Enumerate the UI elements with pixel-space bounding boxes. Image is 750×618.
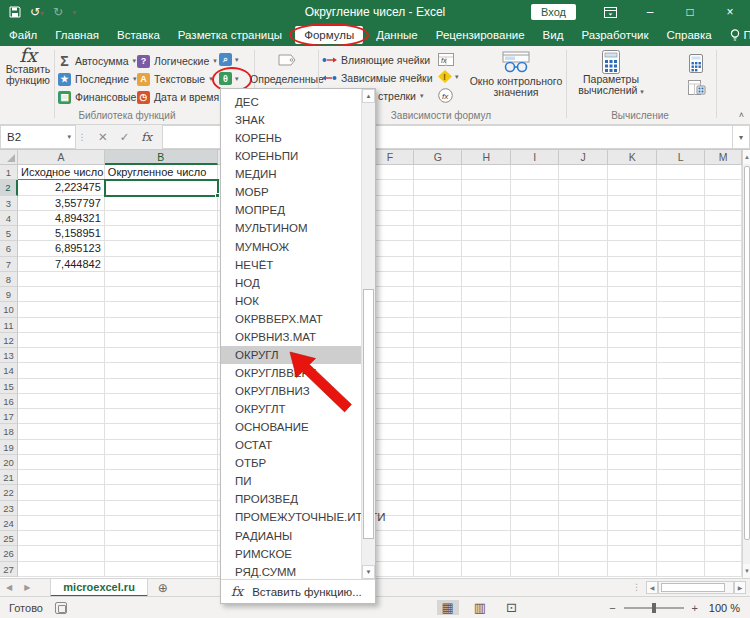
cell-I1[interactable] <box>511 165 559 180</box>
cell-M13[interactable] <box>705 348 742 363</box>
tab-review[interactable]: Рецензирование <box>427 26 534 44</box>
cell-B18[interactable] <box>105 424 218 439</box>
menu-item-МУЛЬТИНОМ[interactable]: МУЛЬТИНОМ <box>221 219 361 237</box>
cell-K27[interactable] <box>608 562 657 577</box>
menu-item-НЕЧЁТ[interactable]: НЕЧЁТ <box>221 256 361 274</box>
cell-J19[interactable] <box>559 440 608 455</box>
cell-A14[interactable] <box>18 363 105 378</box>
menu-scroll-down-icon[interactable]: ▼ <box>362 565 375 579</box>
zoom-in-icon[interactable]: + <box>692 602 698 614</box>
cell-B15[interactable] <box>105 379 218 394</box>
cell-K18[interactable] <box>608 424 657 439</box>
cell-I15[interactable] <box>511 379 559 394</box>
cell-K16[interactable] <box>608 394 657 409</box>
cell-H6[interactable] <box>462 241 511 256</box>
cell-M17[interactable] <box>705 409 742 424</box>
menu-scroll-up-icon[interactable]: ▲ <box>362 89 375 103</box>
cell-L9[interactable] <box>657 287 705 302</box>
cell-J20[interactable] <box>559 455 608 470</box>
cell-H1[interactable] <box>462 165 511 180</box>
cell-A26[interactable] <box>18 546 105 561</box>
menu-item-ОКРУГЛ[interactable]: ОКРУГЛ <box>221 346 361 364</box>
cell-A22[interactable] <box>18 485 105 500</box>
cell-B4[interactable] <box>105 211 218 226</box>
column-header-I[interactable]: I <box>511 150 559 165</box>
cell-M9[interactable] <box>705 287 742 302</box>
cell-H13[interactable] <box>462 348 511 363</box>
cell-I14[interactable] <box>511 363 559 378</box>
cell-A15[interactable] <box>18 379 105 394</box>
cell-H4[interactable] <box>462 211 511 226</box>
cell-L3[interactable] <box>657 196 705 211</box>
trace-dependents-button[interactable]: Зависимые ячейки <box>322 72 433 84</box>
menu-item-МЕДИН[interactable]: МЕДИН <box>221 165 361 183</box>
datetime-functions-button[interactable]: ◷ Дата и время▾ <box>137 89 227 105</box>
row-header-17[interactable]: 17 <box>0 409 18 424</box>
cell-B8[interactable] <box>105 272 218 287</box>
cell-B7[interactable] <box>105 257 218 272</box>
cell-I4[interactable] <box>511 211 559 226</box>
cell-K15[interactable] <box>608 379 657 394</box>
cell-G2[interactable] <box>414 180 462 195</box>
cell-J7[interactable] <box>559 257 608 272</box>
cell-M14[interactable] <box>705 363 742 378</box>
zoom-out-icon[interactable]: − <box>609 602 615 614</box>
row-header-5[interactable]: 5 <box>0 226 18 241</box>
cell-J23[interactable] <box>559 501 608 516</box>
cancel-icon[interactable]: ✕ <box>98 130 108 144</box>
cell-K20[interactable] <box>608 455 657 470</box>
cell-G11[interactable] <box>414 318 462 333</box>
insert-function-button[interactable]: fx Вставить функцию <box>4 50 52 86</box>
row-header-22[interactable]: 22 <box>0 485 18 500</box>
cell-G27[interactable] <box>414 562 462 577</box>
cell-I25[interactable] <box>511 531 559 546</box>
qat-customize-icon[interactable]: ▾ <box>72 8 76 17</box>
cell-I21[interactable] <box>511 470 559 485</box>
cell-K13[interactable] <box>608 348 657 363</box>
cell-B22[interactable] <box>105 485 218 500</box>
cell-J8[interactable] <box>559 272 608 287</box>
cell-A4[interactable]: 4,894321 <box>18 211 105 226</box>
enter-icon[interactable]: ✓ <box>120 130 130 144</box>
cell-L6[interactable] <box>657 241 705 256</box>
cell-G5[interactable] <box>414 226 462 241</box>
cell-L5[interactable] <box>657 226 705 241</box>
menu-item-ЗНАК[interactable]: ЗНАК <box>221 111 361 129</box>
menu-item-ОСТАТ[interactable]: ОСТАТ <box>221 436 361 454</box>
cell-H3[interactable] <box>462 196 511 211</box>
column-header-M[interactable]: M <box>705 150 742 165</box>
autosum-button[interactable]: Σ Автосумма▾ <box>58 53 136 69</box>
cell-G12[interactable] <box>414 333 462 348</box>
cell-I19[interactable] <box>511 440 559 455</box>
cell-K12[interactable] <box>608 333 657 348</box>
cell-G13[interactable] <box>414 348 462 363</box>
menu-item-НОК[interactable]: НОК <box>221 292 361 310</box>
row-header-11[interactable]: 11 <box>0 318 18 333</box>
collapse-ribbon-icon[interactable]: ˄ <box>739 110 744 120</box>
column-header-L[interactable]: L <box>657 150 705 165</box>
cell-B5[interactable] <box>105 226 218 241</box>
cell-I16[interactable] <box>511 394 559 409</box>
cell-M16[interactable] <box>705 394 742 409</box>
cell-I8[interactable] <box>511 272 559 287</box>
undo-icon[interactable]: ↺▾ <box>30 5 44 19</box>
tab-insert[interactable]: Вставка <box>108 26 169 44</box>
tab-developer[interactable]: Разработчик <box>572 26 657 44</box>
cell-I5[interactable] <box>511 226 559 241</box>
menu-item-ПИ[interactable]: ПИ <box>221 472 361 490</box>
cell-G22[interactable] <box>414 485 462 500</box>
cell-H26[interactable] <box>462 546 511 561</box>
cell-J12[interactable] <box>559 333 608 348</box>
logical-functions-button[interactable]: ? Логические▾ <box>137 53 217 69</box>
cell-B11[interactable] <box>105 318 218 333</box>
insert-function-menu-item[interactable]: fx Вставить функцию... <box>221 579 375 603</box>
cell-K14[interactable] <box>608 363 657 378</box>
cell-J13[interactable] <box>559 348 608 363</box>
row-header-15[interactable]: 15 <box>0 379 18 394</box>
row-header-14[interactable]: 14 <box>0 363 18 378</box>
save-icon[interactable] <box>9 6 21 18</box>
cell-K26[interactable] <box>608 546 657 561</box>
cell-A13[interactable] <box>18 348 105 363</box>
scroll-down-icon[interactable]: ▼ <box>743 564 750 578</box>
menu-item-РЯД.СУММ[interactable]: РЯД.СУММ <box>221 563 361 581</box>
